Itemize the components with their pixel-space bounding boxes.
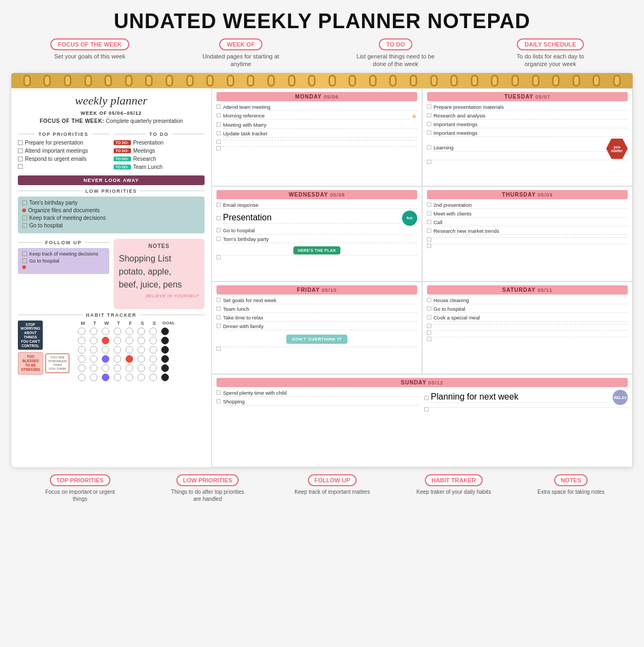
day-item[interactable] bbox=[427, 237, 628, 241]
day-checkbox-icon[interactable] bbox=[427, 202, 431, 207]
day-item[interactable]: Cook a special meal bbox=[427, 315, 628, 322]
day-item[interactable]: Call bbox=[427, 219, 628, 226]
habit-circle[interactable] bbox=[126, 328, 133, 335]
day-checkbox-icon[interactable] bbox=[427, 104, 431, 109]
day-checkbox-icon[interactable] bbox=[427, 298, 431, 302]
day-checkbox-icon[interactable] bbox=[427, 337, 431, 341]
habit-circle[interactable] bbox=[90, 337, 97, 344]
day-checkbox-icon[interactable] bbox=[427, 306, 431, 311]
habit-circle[interactable] bbox=[149, 328, 157, 335]
habit-circle[interactable] bbox=[126, 364, 133, 372]
day-checkbox-icon[interactable] bbox=[216, 140, 221, 144]
day-item[interactable]: 2nd presentation bbox=[427, 202, 628, 209]
checkbox-icon[interactable] bbox=[22, 251, 27, 256]
habit-circle[interactable] bbox=[149, 337, 157, 344]
day-checkbox-icon[interactable] bbox=[216, 216, 221, 220]
habit-circle-filled[interactable] bbox=[102, 355, 109, 363]
habit-circle[interactable] bbox=[149, 374, 157, 381]
priority-item[interactable] bbox=[18, 164, 109, 169]
day-checkbox-icon[interactable] bbox=[424, 396, 429, 400]
day-checkbox-icon[interactable] bbox=[427, 211, 431, 215]
day-checkbox-icon[interactable] bbox=[216, 202, 221, 207]
day-checkbox-icon[interactable] bbox=[216, 324, 221, 328]
habit-circle[interactable] bbox=[137, 337, 145, 344]
day-checkbox-icon[interactable] bbox=[216, 122, 221, 127]
day-item[interactable] bbox=[216, 146, 417, 151]
habit-circle[interactable] bbox=[90, 355, 97, 363]
habit-circle[interactable] bbox=[102, 346, 109, 354]
follow-up-item[interactable]: Keep track of meeting decisions bbox=[22, 251, 105, 257]
day-item[interactable]: Morning reference ★ bbox=[216, 113, 417, 120]
checkbox-icon[interactable] bbox=[18, 148, 23, 153]
habit-circle[interactable] bbox=[90, 374, 97, 381]
day-item[interactable] bbox=[216, 346, 417, 351]
habit-circle[interactable] bbox=[114, 346, 121, 354]
habit-circle[interactable] bbox=[78, 346, 86, 354]
habit-circle[interactable] bbox=[78, 364, 86, 372]
checkbox-icon[interactable] bbox=[22, 200, 27, 205]
habit-circle[interactable] bbox=[90, 346, 97, 354]
day-checkbox-icon[interactable] bbox=[427, 113, 431, 117]
habit-circle[interactable] bbox=[90, 364, 97, 372]
day-item[interactable] bbox=[427, 336, 628, 341]
habit-circle[interactable] bbox=[126, 374, 133, 381]
day-item[interactable]: Go to hospital bbox=[427, 306, 628, 313]
follow-up-item[interactable]: Go to hospital bbox=[22, 258, 105, 264]
day-checkbox-icon[interactable] bbox=[216, 347, 221, 351]
day-checkbox-icon[interactable] bbox=[216, 306, 221, 311]
habit-circle[interactable] bbox=[137, 355, 145, 363]
day-checkbox-icon[interactable] bbox=[427, 244, 431, 248]
checkbox-icon[interactable] bbox=[22, 215, 27, 220]
day-item[interactable]: Meeting with Marry bbox=[216, 122, 417, 129]
day-item[interactable]: Important meetings bbox=[427, 130, 628, 137]
day-item[interactable]: Set goals for next week bbox=[216, 297, 417, 304]
day-item[interactable] bbox=[427, 243, 628, 248]
habit-circle[interactable] bbox=[126, 346, 133, 354]
day-item[interactable]: Attend team meeting bbox=[216, 104, 417, 111]
day-checkbox-icon[interactable] bbox=[216, 315, 221, 319]
low-priority-item[interactable]: Organize files and documents bbox=[22, 207, 200, 213]
habit-circle[interactable] bbox=[78, 355, 86, 363]
habit-circle[interactable] bbox=[114, 337, 121, 344]
day-checkbox-icon[interactable] bbox=[427, 160, 431, 164]
day-checkbox-icon[interactable] bbox=[216, 228, 221, 232]
day-checkbox-icon[interactable] bbox=[216, 146, 221, 151]
day-checkbox-icon[interactable] bbox=[427, 122, 431, 126]
day-checkbox-icon[interactable] bbox=[216, 399, 221, 403]
habit-circle[interactable] bbox=[78, 374, 86, 381]
day-checkbox-icon[interactable] bbox=[216, 131, 221, 135]
day-checkbox-icon[interactable] bbox=[427, 330, 431, 335]
priority-item[interactable]: Respond to urgent emails bbox=[18, 156, 109, 162]
day-item[interactable]: Spend plenty time with child bbox=[216, 390, 420, 397]
day-checkbox-icon[interactable] bbox=[427, 315, 431, 319]
habit-circle[interactable] bbox=[149, 364, 157, 372]
day-checkbox-icon[interactable] bbox=[216, 113, 221, 117]
day-item[interactable]: Tom's birthday party bbox=[216, 236, 417, 243]
checkbox-icon[interactable] bbox=[22, 223, 27, 228]
follow-up-item[interactable] bbox=[22, 265, 105, 269]
low-priority-item[interactable]: Tom's birthday party bbox=[22, 200, 200, 206]
habit-circle[interactable] bbox=[137, 346, 145, 354]
day-item[interactable]: Go to hospital bbox=[216, 227, 417, 234]
checkbox-icon[interactable] bbox=[18, 164, 23, 169]
day-item[interactable]: Update task tracker bbox=[216, 130, 417, 138]
day-item[interactable] bbox=[427, 159, 628, 164]
habit-circle[interactable] bbox=[78, 328, 86, 335]
day-item[interactable] bbox=[424, 407, 628, 411]
habit-circle[interactable] bbox=[149, 355, 157, 363]
day-item[interactable]: Research and analysis bbox=[427, 113, 628, 120]
notes-content[interactable]: Shopping List potato, apple, beef, juice… bbox=[119, 252, 200, 291]
day-checkbox-icon[interactable] bbox=[424, 407, 429, 411]
checkbox-icon[interactable] bbox=[18, 140, 23, 145]
habit-circle-filled[interactable] bbox=[102, 374, 109, 381]
habit-circle[interactable] bbox=[90, 328, 97, 335]
day-item[interactable] bbox=[216, 139, 417, 144]
day-checkbox-icon[interactable] bbox=[216, 104, 221, 109]
day-checkbox-icon[interactable] bbox=[216, 237, 221, 241]
day-checkbox-icon[interactable] bbox=[427, 237, 431, 241]
day-checkbox-icon[interactable] bbox=[427, 324, 431, 328]
day-checkbox-icon[interactable] bbox=[427, 220, 431, 224]
day-item[interactable]: Shopping bbox=[216, 398, 420, 406]
day-item[interactable]: Important meetings bbox=[427, 121, 628, 128]
habit-circle[interactable] bbox=[114, 364, 121, 372]
